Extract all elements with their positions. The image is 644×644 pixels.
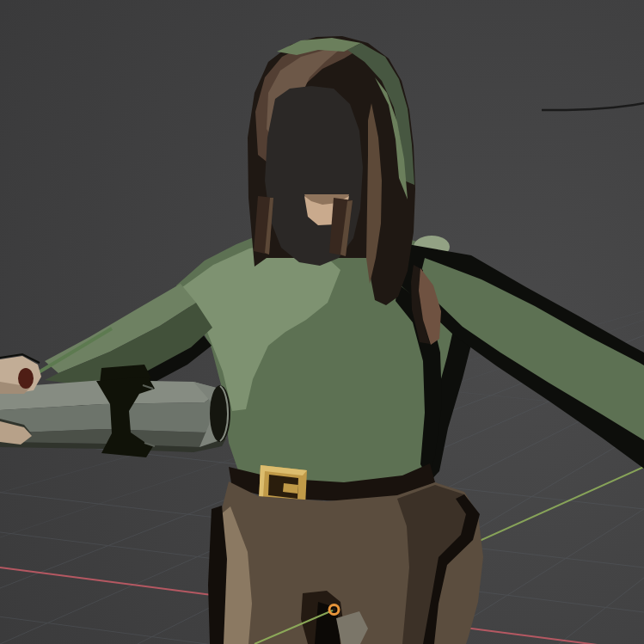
inner-leg-shadow: [315, 602, 340, 644]
buckle-tab: [283, 483, 298, 494]
viewport-3d[interactable]: [0, 0, 644, 644]
origin-core: [333, 608, 336, 611]
face[interactable]: [265, 86, 363, 266]
viewport-canvas[interactable]: [0, 0, 644, 644]
finger-gap: [18, 368, 34, 389]
pants[interactable]: [208, 481, 483, 644]
